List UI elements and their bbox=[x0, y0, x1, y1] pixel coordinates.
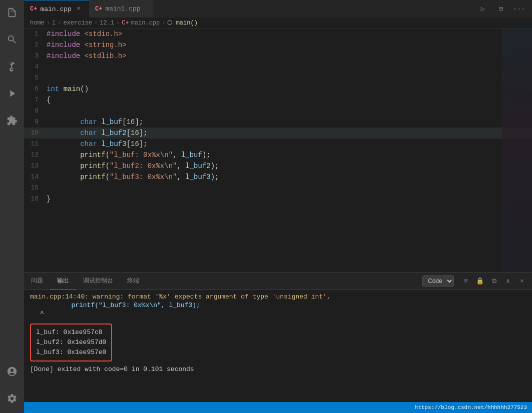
output-line-3: l_buf3: 0x1ee957e0 bbox=[36, 348, 106, 358]
files-icon[interactable] bbox=[4, 4, 21, 21]
line-content-13: printf("l_buf2: 0x%x\n", l_buf2); bbox=[47, 160, 502, 172]
panel-tab-problems-label: 问题 bbox=[31, 276, 43, 285]
code-line-6: 6 int main() bbox=[24, 84, 532, 94]
line-content-11: char l_buf3[16]; bbox=[47, 138, 502, 150]
panel-done-msg: [Done] exited with code=0 in 0.101 secon… bbox=[30, 366, 526, 373]
line-num-14: 14 bbox=[24, 172, 47, 182]
line-num-9: 9 bbox=[24, 116, 47, 128]
line-content-3: #include <stdlib.h> bbox=[47, 50, 502, 62]
panel-tab-problems[interactable]: 问题 bbox=[24, 272, 50, 290]
tab-icon-main-cpp: C+ bbox=[30, 6, 37, 12]
extensions-icon[interactable] bbox=[4, 112, 21, 129]
minimap-content bbox=[502, 28, 532, 272]
tab-main1-cpp[interactable]: C+ main1.cpp bbox=[89, 0, 154, 18]
code-line-1: 1 #include <stdio.h> bbox=[24, 28, 532, 40]
code-line-5: 5 bbox=[24, 72, 532, 84]
code-line-10: 10 char l_buf2[16]; bbox=[24, 128, 532, 138]
minimap bbox=[502, 28, 532, 272]
panel-collapse-button[interactable]: ∧ bbox=[502, 275, 514, 287]
breadcrumb-121[interactable]: 12.1 bbox=[100, 20, 114, 26]
line-num-13: 13 bbox=[24, 160, 47, 172]
panel-caret-line: ^ bbox=[30, 310, 526, 318]
line-num-6: 6 bbox=[24, 84, 47, 94]
breadcrumb-sep-4: › bbox=[116, 20, 120, 26]
editor-area[interactable]: 1 #include <stdio.h> 2 #include <string.… bbox=[24, 28, 532, 272]
line-content-14: printf("l_buf3: 0x%x\n", l_buf3); bbox=[47, 172, 502, 182]
code-editor[interactable]: 1 #include <stdio.h> 2 #include <string.… bbox=[24, 28, 532, 272]
line-num-3: 3 bbox=[24, 50, 47, 62]
panel-tab-output[interactable]: 输出 bbox=[50, 272, 76, 290]
tab-close-main-cpp[interactable]: × bbox=[75, 5, 83, 13]
breadcrumb-l[interactable]: l bbox=[52, 20, 56, 26]
line-num-15: 15 bbox=[24, 182, 47, 194]
tab-label-main-cpp: main.cpp bbox=[40, 6, 71, 13]
tab-bar: C+ main.cpp × C+ main1.cpp ▷ ⊟ ··· bbox=[24, 0, 532, 18]
code-line-13: 13 printf("l_buf2: 0x%x\n", l_buf2); bbox=[24, 160, 532, 172]
panel-tab-debug-label: 调试控制台 bbox=[83, 276, 113, 285]
activity-bar bbox=[0, 0, 24, 413]
panel-tab-output-label: 输出 bbox=[57, 276, 69, 285]
code-line-14: 14 printf("l_buf3: 0x%x\n", l_buf3); bbox=[24, 172, 532, 182]
panel-tabs: 问题 输出 调试控制台 终端 Code ≡ bbox=[24, 272, 532, 290]
panel-tab-actions: Code ≡ 🔒 ⧉ ∧ × bbox=[418, 272, 532, 290]
breadcrumb-sep-5: › bbox=[162, 20, 165, 26]
code-line-16: 16 } bbox=[24, 194, 532, 204]
breadcrumb-exercise[interactable]: exercise bbox=[63, 20, 92, 26]
tab-main-cpp[interactable]: C+ main.cpp × bbox=[24, 0, 89, 18]
line-num-16: 16 bbox=[24, 194, 47, 204]
line-num-4: 4 bbox=[24, 62, 47, 72]
line-content-6: int main() bbox=[47, 84, 502, 94]
code-line-12: 12 printf("l_buf: 0x%x\n", l_buf); bbox=[24, 150, 532, 160]
breadcrumb: home › l › exercise › 12.1 › C+ main.cpp… bbox=[24, 18, 532, 28]
panel-tab-debug-console[interactable]: 调试控制台 bbox=[76, 272, 120, 290]
output-line-2: l_buf2: 0x1ee957d0 bbox=[36, 338, 106, 348]
more-actions-button[interactable]: ··· bbox=[512, 2, 526, 16]
breadcrumb-sep-1: › bbox=[47, 20, 50, 26]
breadcrumb-file-icon: C+ bbox=[122, 20, 129, 26]
line-num-11: 11 bbox=[24, 138, 47, 150]
line-num-2: 2 bbox=[24, 40, 47, 50]
line-content-9: char l_buf[16]; bbox=[47, 116, 502, 128]
panel-close-button[interactable]: × bbox=[516, 275, 528, 287]
main-content: C+ main.cpp × C+ main1.cpp ▷ ⊟ ··· home … bbox=[24, 0, 532, 413]
line-content-12: printf("l_buf: 0x%x\n", l_buf); bbox=[47, 150, 502, 160]
settings-icon[interactable] bbox=[4, 390, 21, 407]
search-icon[interactable] bbox=[4, 31, 21, 48]
line-num-8: 8 bbox=[24, 106, 47, 116]
panel-tab-terminal[interactable]: 终端 bbox=[120, 272, 146, 290]
breadcrumb-home[interactable]: home bbox=[30, 20, 45, 26]
activity-bar-bottom bbox=[4, 363, 21, 413]
panel-tab-terminal-label: 终端 bbox=[127, 276, 139, 285]
line-content-7: { bbox=[47, 94, 502, 106]
code-line-8: 8 bbox=[24, 106, 532, 116]
account-icon[interactable] bbox=[4, 363, 21, 380]
line-num-12: 12 bbox=[24, 150, 47, 160]
code-line-11: 11 char l_buf3[16]; bbox=[24, 138, 532, 150]
panel-code-line: printf("l_buf3: 0x%x\n", l_buf3); bbox=[30, 302, 526, 309]
line-num-1: 1 bbox=[24, 28, 47, 40]
run-debug-icon[interactable] bbox=[4, 85, 21, 102]
panel-clear-button[interactable]: ≡ bbox=[460, 275, 472, 287]
line-content-1: #include <stdio.h> bbox=[47, 28, 502, 40]
breadcrumb-func[interactable]: ⬡ main() bbox=[167, 19, 197, 26]
tab-icon-main1-cpp: C+ bbox=[95, 6, 102, 12]
line-num-5: 5 bbox=[24, 72, 47, 84]
split-editor-button[interactable]: ⊟ bbox=[494, 2, 508, 16]
code-line-7: 7 { bbox=[24, 94, 532, 106]
status-bar: https://blog.csdn.net/hhhhhh277523 bbox=[24, 402, 532, 413]
panel-content: main.cpp:14:40: warning: format '%x' exp… bbox=[24, 290, 532, 402]
line-content-2: #include <string.h> bbox=[47, 40, 502, 50]
breadcrumb-filename[interactable]: main.cpp bbox=[131, 20, 160, 26]
line-content-16: } bbox=[47, 194, 502, 204]
panel-copy-button[interactable]: ⧉ bbox=[488, 275, 500, 287]
run-button[interactable]: ▷ bbox=[476, 2, 490, 16]
line-num-10: 10 bbox=[24, 128, 47, 138]
source-control-icon[interactable] bbox=[4, 58, 21, 75]
status-bar-right: https://blog.csdn.net/hhhhhh277523 bbox=[415, 404, 527, 410]
code-line-9: 9 char l_buf[16]; bbox=[24, 116, 532, 128]
breadcrumb-sep-3: › bbox=[94, 20, 98, 26]
panel-lock-button[interactable]: 🔒 bbox=[474, 275, 486, 287]
code-line-4: 4 bbox=[24, 62, 532, 72]
panel-warning-line: main.cpp:14:40: warning: format '%x' exp… bbox=[30, 293, 526, 300]
panel-output-select[interactable]: Code bbox=[422, 276, 454, 286]
